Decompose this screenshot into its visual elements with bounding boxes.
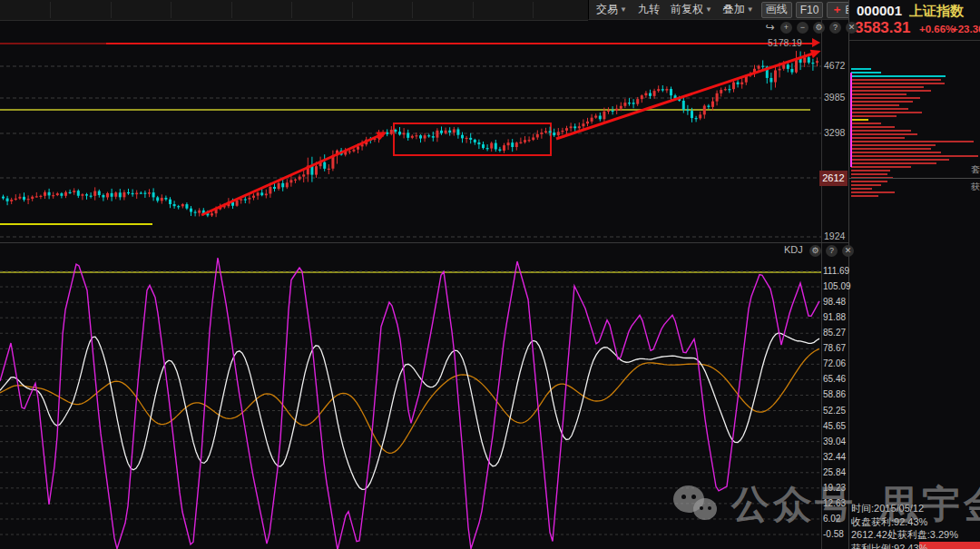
period-tab-strip[interactable] xyxy=(0,0,588,21)
chip-bar xyxy=(851,104,899,106)
kdj-tool-icons: ⚙?✕ xyxy=(809,245,854,257)
chip-bar xyxy=(851,123,881,124)
kdj-axis-label: 39.04 xyxy=(823,436,846,446)
chip-bar xyxy=(851,141,974,142)
axis-divider xyxy=(821,20,822,549)
kdj-axis-label: 72.06 xyxy=(823,358,846,368)
stock-name: 上证指数 xyxy=(909,3,964,20)
chip-price-separator xyxy=(848,178,980,179)
chip-info-line: 获利比例:92.43% xyxy=(851,542,927,549)
kdj-help-icon[interactable]: ? xyxy=(826,245,838,257)
chip-bar xyxy=(851,133,917,135)
chip-bar xyxy=(851,108,908,110)
chevron-down-icon: ▼ xyxy=(705,5,712,14)
chip-bar xyxy=(851,126,895,128)
watermark-prefix: 公众号 xyxy=(731,483,857,525)
tab-separator xyxy=(231,2,232,18)
chart-toolbar: 交易▼九转前复权▼叠加▼画线F10＋自选▼» xyxy=(588,0,848,20)
tab-separator xyxy=(533,2,534,18)
help-icon[interactable]: ? xyxy=(829,22,841,34)
chevron-down-icon: ▼ xyxy=(620,5,627,14)
chip-bar xyxy=(851,191,895,193)
chip-bar xyxy=(851,148,931,150)
stock-change-percent: +0.66% xyxy=(919,24,955,34)
peak-price-label: 5178.19 xyxy=(768,37,802,48)
undo-icon[interactable]: ↪ xyxy=(764,22,776,34)
kdj-axis-label: 65.46 xyxy=(823,374,846,384)
kdj-settings-icon[interactable]: ⚙ xyxy=(809,245,821,257)
chip-bar xyxy=(851,119,868,121)
chip-side-label: 获 xyxy=(971,181,980,193)
tab-separator xyxy=(473,2,474,18)
tab-separator xyxy=(352,2,353,18)
kdj-axis-label: 58.86 xyxy=(823,389,846,399)
kdj-axis-label: 111.69 xyxy=(823,266,849,276)
kdj-axis-label: 78.67 xyxy=(823,343,846,353)
kdj-axis-label: 25.84 xyxy=(823,467,846,477)
chevron-down-icon: ▼ xyxy=(747,5,754,14)
tab-separator xyxy=(111,2,112,18)
chip-bar xyxy=(851,90,931,92)
chip-bar xyxy=(851,188,872,190)
chip-bar xyxy=(851,144,936,146)
chip-bar xyxy=(851,166,911,168)
stock-code: 000001 xyxy=(857,3,902,18)
zoom-out-icon[interactable]: − xyxy=(797,22,808,34)
wechat-icon xyxy=(673,484,720,525)
chip-bar xyxy=(851,137,905,139)
tab-separator xyxy=(412,2,413,18)
kdj-axis-label: -0.58 xyxy=(823,529,844,539)
chip-bar xyxy=(851,195,878,197)
overlay-button[interactable]: 叠加▼ xyxy=(720,1,758,18)
kdj-axis-label: 98.48 xyxy=(823,297,846,307)
chip-bar xyxy=(851,162,936,164)
tab-separator xyxy=(291,2,292,18)
stock-app-window: 交易▼九转前复权▼叠加▼画线F10＋自选▼» 000001 上证指数 3583.… xyxy=(0,0,980,549)
watermark: 公众号思宇金融 xyxy=(673,479,980,530)
chip-bar xyxy=(851,86,924,88)
price-axis-label: 1924 xyxy=(824,230,845,241)
candlestick-chart[interactable] xyxy=(0,20,821,242)
price-axis-label: 2612 xyxy=(819,171,848,186)
settings-icon[interactable]: ⚙ xyxy=(813,22,825,34)
watermark-name: 思宇金融 xyxy=(880,483,980,525)
price-axis-label: 4672 xyxy=(824,60,845,71)
chip-bar xyxy=(851,68,871,70)
chip-bar xyxy=(851,97,920,99)
zoom-in-icon[interactable]: + xyxy=(780,22,792,34)
price-axis-label: 3985 xyxy=(824,92,845,103)
chip-bar xyxy=(851,181,887,182)
kdj-axis-label: 32.44 xyxy=(823,452,846,462)
kdj-panel-label: KDJ xyxy=(784,244,803,255)
chip-bar xyxy=(851,130,911,132)
close-icon[interactable]: ✕ xyxy=(846,22,858,34)
trade-menu-button[interactable]: 交易▼ xyxy=(593,1,631,18)
tab-separator xyxy=(171,2,172,18)
chip-distribution-panel xyxy=(849,40,980,549)
kdj-axis-label: 45.65 xyxy=(823,421,846,431)
f10-button[interactable]: F10 xyxy=(796,2,824,18)
stock-change-value: +23.36 xyxy=(952,24,980,34)
chip-bar xyxy=(851,112,922,113)
chip-bar xyxy=(851,101,913,103)
price-axis-label: 3298 xyxy=(824,127,845,138)
draw-line-button[interactable]: 画线 xyxy=(761,2,792,18)
kdj-axis-label: 85.27 xyxy=(823,328,846,338)
chip-info-line: 2612.42处获利盘:3.29% xyxy=(851,528,958,542)
quote-panel: 000001 上证指数 3583.31 +0.66% +23.36 xyxy=(849,0,980,41)
chip-bar xyxy=(851,159,949,161)
chip-bar xyxy=(851,115,897,117)
chip-bar xyxy=(851,93,906,95)
chip-side-label: 套 xyxy=(971,163,980,176)
stock-price: 3583.31 xyxy=(855,19,910,37)
profit-ratio-bar xyxy=(919,542,980,549)
chip-bar xyxy=(851,155,978,157)
adjust-rights-button[interactable]: 前复权▼ xyxy=(667,1,716,18)
chip-bar xyxy=(851,152,941,153)
nine-turn-button[interactable]: 九转 xyxy=(634,1,663,18)
kdj-axis-label: 52.25 xyxy=(823,406,846,416)
chip-bar xyxy=(851,173,887,175)
chip-bar xyxy=(851,75,946,77)
kdj-axis-label: 91.88 xyxy=(823,312,846,322)
chip-bar xyxy=(851,184,881,186)
